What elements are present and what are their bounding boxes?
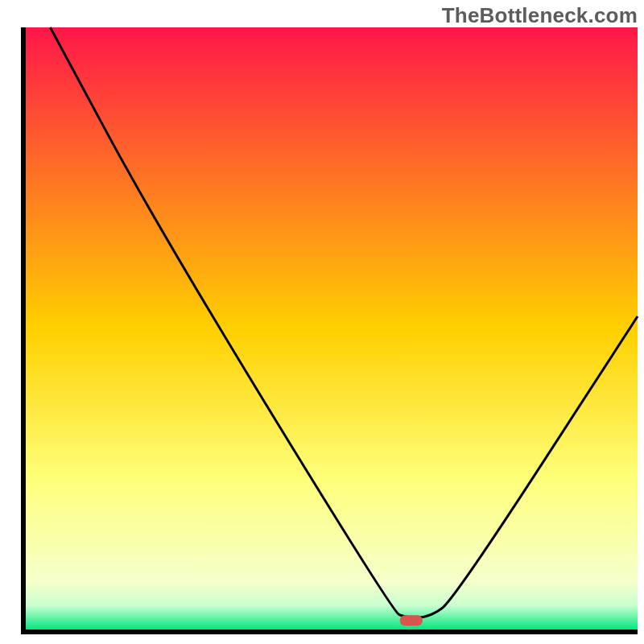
plot-background: [26, 27, 638, 630]
svg-rect-1: [21, 630, 638, 634]
watermark-label: TheBottleneck.com: [442, 3, 638, 28]
optimal-marker: [400, 615, 423, 625]
chart-container: TheBottleneck.com: [0, 0, 644, 644]
svg-rect-0: [21, 27, 26, 634]
bottleneck-chart: [0, 0, 644, 644]
